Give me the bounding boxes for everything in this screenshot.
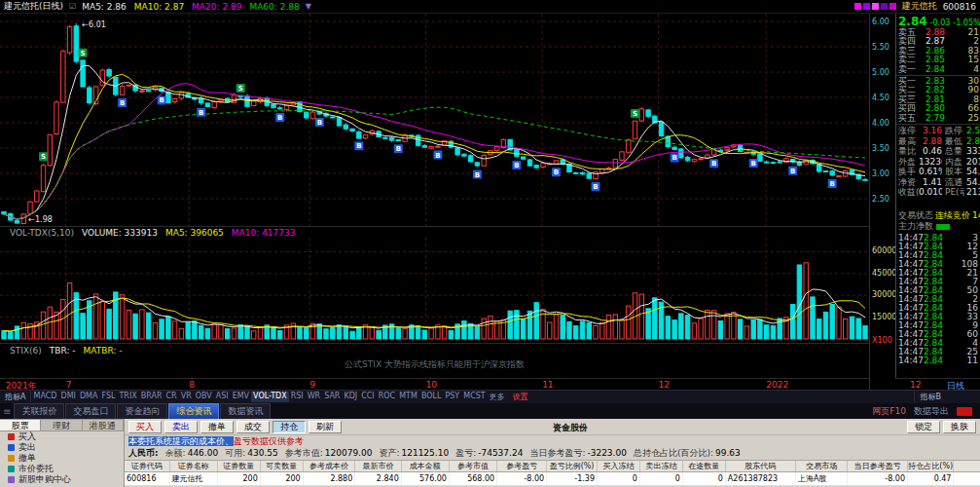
checkbox-icon[interactable]: ☑ <box>69 2 76 11</box>
indicator-tab[interactable]: MACD <box>31 392 58 402</box>
indicator-tab[interactable]: MCST <box>461 392 487 402</box>
kline-chart[interactable]: SSBBBSBBBBBBBBBSBBBBB←6.01←1.98 <box>0 14 869 226</box>
stat-label: 跌停 <box>945 126 964 136</box>
table-header-cell[interactable]: 证券名称 <box>170 461 218 471</box>
info-tab[interactable]: 数据资讯 <box>220 403 271 420</box>
trade-menu-item[interactable]: 撤单 <box>0 453 124 464</box>
table-header-cell[interactable]: 在途数量 <box>683 461 726 471</box>
table-header-cell[interactable]: 参考盈亏 <box>497 461 547 471</box>
indicator-tab[interactable]: OBV <box>194 392 214 402</box>
stat-row: 涨停3.16跌停2.58 <box>896 126 980 136</box>
trade-menu-item[interactable]: 买入 <box>0 431 124 442</box>
indicator-tab[interactable]: 更多 <box>488 392 507 402</box>
stat-label: 量比 <box>898 146 919 157</box>
indicator-tab[interactable]: PSY <box>443 392 461 402</box>
indicator-tab[interactable]: TRIX <box>117 392 138 402</box>
table-header-cell[interactable]: 证券数量 <box>218 461 261 471</box>
color-swatch-icon[interactable] <box>889 3 896 10</box>
indicator-tab[interactable]: RSI <box>289 392 306 402</box>
info-tab[interactable]: 关联报价 <box>14 403 64 420</box>
quote-stock-name: 建元信托 <box>902 0 937 13</box>
volume-unit-label: X100 <box>872 336 892 345</box>
ask-levels[interactable]: 卖五2.8821卖四2.872卖三2.8683卖二2.8515卖一2.844 <box>896 28 980 74</box>
table-header-cell[interactable]: 证券代码 <box>125 461 170 471</box>
trade-button[interactable]: 成交 <box>236 421 270 433</box>
table-header-cell[interactable]: 最新市价 <box>355 461 401 471</box>
table-header-cell[interactable]: 持仓占比(%) <box>908 461 954 471</box>
indicator-tab[interactable]: EMV <box>231 392 251 402</box>
table-header-cell[interactable]: 参考市值 <box>450 461 497 471</box>
table-header-cell[interactable]: 交易市场 <box>796 461 849 471</box>
corner-button[interactable]: 换肤 <box>943 421 976 433</box>
indicator-tab[interactable]: DMI <box>58 392 77 402</box>
time-axis-label: 11 <box>542 380 553 390</box>
stix-watermark: 公式STIX 大势指示线指标只能用于沪深京指数 <box>0 358 869 371</box>
indicator-tab[interactable]: CCI <box>359 392 377 402</box>
axis-strip: 6.005.505.004.504.003.503.002.5060000450… <box>869 14 895 390</box>
info-tab[interactable]: 交易盘口 <box>65 403 116 420</box>
color-swatch-icon[interactable] <box>872 3 879 10</box>
trade-button[interactable]: 刷新 <box>309 421 342 433</box>
table-header-cell[interactable]: 可卖数量 <box>261 461 304 471</box>
menu-bullet-icon <box>8 476 15 483</box>
chevron-down-icon[interactable]: ▼ <box>306 2 311 11</box>
trade-side-tab[interactable]: 理财 <box>41 419 82 431</box>
trade-button[interactable]: 持仓 <box>272 421 306 433</box>
trade-menu-item[interactable]: 新股申购中心 <box>0 474 124 485</box>
trade-side-tab[interactable]: 港股通 <box>83 419 124 431</box>
color-swatch-icon[interactable] <box>881 3 888 10</box>
indicator-tab[interactable]: BRAR <box>139 392 164 402</box>
trade-button[interactable]: 撤单 <box>200 421 234 433</box>
table-cell: 600816 <box>125 472 170 485</box>
bid-levels[interactable]: 买一2.8330买二2.8290买三2.818买四2.8066买五2.7925 <box>896 77 980 123</box>
trade-menu-item[interactable]: 卖出 <box>0 442 124 453</box>
export-link[interactable]: 数据导出 <box>914 405 949 418</box>
indicator-tab[interactable]: VR <box>179 392 194 402</box>
table-header-cell[interactable]: 卖出冻结 <box>640 461 683 471</box>
table-row[interactable]: 600816建元信托2002002.8802.840576.00568.00-8… <box>125 472 980 486</box>
indicator-tab[interactable]: FSL <box>99 392 117 402</box>
indicator-tab[interactable]: BOLL <box>419 392 444 402</box>
table-header-cell[interactable]: 参考成本价 <box>304 461 356 471</box>
trade-menu-item[interactable]: 市价委托 <box>0 464 124 474</box>
holdings-table-body[interactable]: 600816建元信托2002002.8802.840576.00568.00-8… <box>125 472 980 486</box>
indicator-a-label[interactable]: 指标A <box>0 392 31 402</box>
time-axis-label: 10 <box>426 380 437 390</box>
indicator-tab[interactable]: WR <box>306 392 322 402</box>
stix-panel[interactable]: STIX(6) TBR: - MATBR: - 公式STIX 大势指示线指标只能… <box>0 343 869 378</box>
table-header-cell[interactable]: 股东代码 <box>726 461 796 471</box>
table-header-cell[interactable]: 买入冻结 <box>598 461 640 471</box>
table-header-cell[interactable]: 盈亏比例(%) <box>547 461 598 471</box>
color-swatch-icon[interactable] <box>854 3 861 10</box>
info-tab[interactable]: 综合资讯 <box>168 403 219 420</box>
indicator-tab[interactable]: MTM <box>397 392 419 402</box>
indicator-tab[interactable]: SAR <box>322 392 342 402</box>
svg-text:B: B <box>277 114 282 122</box>
trade-side-tab[interactable]: 股票 <box>0 419 41 431</box>
volume-chart[interactable] <box>0 238 869 343</box>
info-tab[interactable]: 资金趋向 <box>117 403 167 420</box>
f10-link[interactable]: 网页F10 <box>872 405 906 418</box>
orderbook-row: 卖一2.844 <box>896 65 980 74</box>
indicator-tab[interactable]: VOL-TDX <box>251 392 289 402</box>
table-cell: 0.47 <box>908 472 954 485</box>
menu-icon[interactable]: ≡ <box>3 406 11 417</box>
indicator-settings-button[interactable]: 设置 <box>507 392 534 402</box>
indicator-tab[interactable]: DMA <box>78 392 100 402</box>
time-axis-label: 7 <box>66 380 72 390</box>
table-header-cell[interactable]: 当日参考盈亏 <box>848 461 908 471</box>
tick-list[interactable]: 14:472.84314:472.841214:472.84514:472.84… <box>896 234 980 365</box>
indicator-tab[interactable]: CR <box>164 392 179 402</box>
trade-button[interactable]: 卖出 <box>164 421 198 433</box>
color-swatch-icon[interactable] <box>863 3 870 10</box>
table-header-cell[interactable]: 成本金额 <box>402 461 450 471</box>
indicator-tab[interactable]: ASI <box>214 392 231 402</box>
quote-panel[interactable]: 2.84 -0.03 -1.05% 卖五2.8821卖四2.872卖三2.868… <box>895 14 980 378</box>
indicator-tab[interactable]: ROC <box>377 392 397 402</box>
indicator-b-label[interactable]: 指标B <box>914 392 948 402</box>
indicator-tab[interactable]: KDJ <box>342 392 359 402</box>
stat-label: 流通 <box>945 177 964 188</box>
trade-button[interactable]: 买入 <box>128 421 162 433</box>
corner-button[interactable]: 锁定 <box>907 421 940 433</box>
price-axis-label: 4.50 <box>872 94 889 102</box>
